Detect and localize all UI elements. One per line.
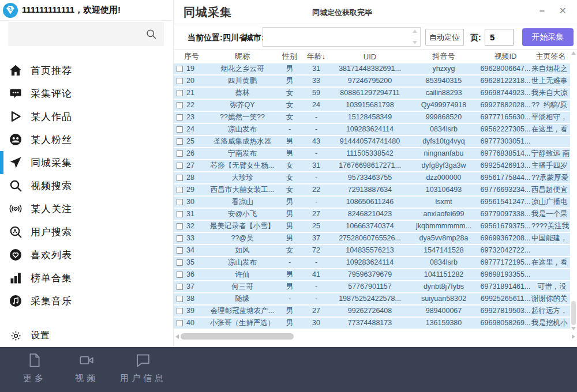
sidebar-item-comments[interactable]: 采集评论 (0, 82, 173, 105)
horizontal-scrollbar[interactable] (174, 332, 577, 341)
bottombar-item-user-info[interactable]: 用户信息 (120, 347, 166, 384)
row-checkbox[interactable] (177, 223, 183, 229)
table-row[interactable]: 31安@小飞男2782468210423anxiaofei69969779097… (174, 209, 570, 221)
sidebar-item-city-collect[interactable]: 同城采集 (0, 151, 173, 174)
row-checkbox[interactable] (177, 78, 183, 84)
table-row[interactable]: 26宁南发布男-111505338542ningnanfabu697768385… (174, 148, 570, 160)
table-row[interactable]: 38随缘--19875252422578...suiyuan5830269925… (174, 293, 570, 306)
cell-uid: 57767901157 (332, 281, 408, 292)
row-checkbox[interactable] (177, 163, 183, 169)
table-row[interactable]: 30看凉山男-108650611246lsxmt69561541247...凉山… (174, 197, 570, 209)
play-icon (8, 109, 23, 124)
scroll-up-icon[interactable] (571, 51, 576, 55)
table-row[interactable]: 35凉山发布--1092836241140834lsrb69777172195.… (174, 257, 570, 269)
cell-dy: yhzxyg (408, 63, 479, 74)
current-location-label: 当前位置:四川省 (188, 33, 247, 43)
table-row[interactable]: 21蔡林女59808861297294711cailin882936969874… (174, 88, 570, 100)
row-checkbox[interactable] (177, 259, 183, 266)
cell-age: 31 (301, 160, 332, 171)
close-button[interactable]: ✕ (559, 5, 567, 17)
bottom-action-bar: 更多视频用户信息 (0, 347, 577, 392)
row-checkbox[interactable] (177, 66, 183, 72)
row-checkbox[interactable] (177, 90, 183, 96)
page-count-input[interactable] (485, 29, 514, 46)
cell-vid: 69776838514... (479, 148, 531, 159)
scroll-right-icon[interactable] (572, 334, 575, 339)
row-checkbox[interactable] (177, 126, 183, 133)
row-checkbox[interactable] (177, 150, 183, 157)
column-header-sig[interactable]: 主页签名 (531, 51, 570, 62)
table-row[interactable]: 27芯痧【无臂女生杨...女3117676698617271...dyfg8yf… (174, 160, 570, 172)
table-row[interactable]: 25圣洛威集成热水器男43914440574741480dyfs10tg4vyq… (174, 136, 570, 148)
column-header-dy[interactable]: 抖音号 (408, 51, 479, 62)
table-row[interactable]: 22弥芥QY女24103915681798Qy49997491869927882… (174, 100, 570, 112)
row-checkbox[interactable] (177, 138, 183, 145)
table-row[interactable]: 29西昌市大囍女装工...女22729138876341031064936977… (174, 184, 570, 197)
row-checkbox[interactable] (177, 235, 183, 242)
vertical-scrollbar[interactable] (570, 50, 577, 332)
scroll-left-icon[interactable] (175, 334, 179, 339)
table-row[interactable]: 19烟花之乡云哥男3138171448382691...yhzxyg696280… (174, 63, 570, 76)
sidebar-item-home[interactable]: 首页推荐 (0, 59, 173, 82)
column-header-sex[interactable]: 性别 (279, 51, 301, 62)
sidebar-item-video-search[interactable]: 视频搜索 (0, 174, 173, 197)
table-row[interactable]: 36许仙男4179596379679104115128269698193355.… (174, 269, 570, 281)
table-row[interactable]: 20四川黄鹏男339724679520085394031569628122318… (174, 76, 570, 88)
cell-vid: 69561775844... (479, 172, 531, 183)
column-header-vid[interactable]: 视频ID (479, 51, 531, 62)
cell-vid: 69776693234... (479, 184, 531, 195)
table-row[interactable]: 23??嫣然一笑??女-1512845834999986852069777165… (174, 112, 570, 124)
table-row[interactable]: 40小张哥（生鲜严选）男3077374488173136159380696980… (174, 318, 570, 330)
sidebar-item-user-search[interactable]: 用户搜索 (0, 220, 173, 243)
table-row[interactable]: 33??@吴男3727528060765526...dya5vv8mp28a69… (174, 233, 570, 245)
row-checkbox[interactable] (177, 114, 183, 120)
table-row[interactable]: 39会理彰冠蓝塘农产...男27992627264089894000676992… (174, 306, 570, 318)
row-checkbox[interactable] (177, 187, 183, 193)
sidebar-item-like-list[interactable]: 喜欢列表 (0, 243, 173, 266)
table-row[interactable]: 28大珍珍女-95733463755dzz00000069561775844..… (174, 172, 570, 184)
titlebar: 111111111111，欢迎使用! (0, 0, 173, 21)
cell-vid: 69927819503... (479, 306, 531, 316)
row-checkbox[interactable] (177, 199, 183, 205)
cell-nick: 随缘 (206, 293, 279, 304)
cell-age: 27 (301, 209, 332, 220)
row-checkbox[interactable] (177, 320, 183, 326)
row-checkbox[interactable] (177, 102, 183, 108)
row-checkbox[interactable] (177, 296, 183, 302)
cell-nick: 小张哥（生鲜严选） (206, 318, 279, 329)
locate-mode-select[interactable]: 自动定位 ∨ (425, 29, 464, 46)
column-header-nick[interactable]: 昵称 (206, 51, 279, 62)
sidebar-search-box[interactable] (8, 22, 164, 46)
cell-age: 72 (301, 245, 332, 256)
column-header-no[interactable]: 序号 (174, 51, 206, 62)
row-checkbox[interactable] (177, 272, 183, 278)
row-checkbox[interactable] (177, 247, 183, 254)
cell-age: 30 (301, 318, 332, 329)
sidebar-item-settings[interactable]: 设置 (0, 326, 173, 345)
minimize-button[interactable]: – (539, 5, 545, 17)
sidebar-item-follows[interactable]: 某人关注 (0, 197, 173, 220)
sidebar-item-music-collect[interactable]: 采集音乐 (0, 289, 173, 312)
column-header-uid[interactable]: UID (332, 52, 408, 61)
row-checkbox[interactable] (177, 175, 183, 181)
search-icon[interactable] (145, 28, 157, 40)
column-header-age[interactable]: 年龄↓ (301, 51, 332, 62)
row-checkbox[interactable] (177, 308, 183, 314)
table-row[interactable]: 37何三哥男-57767901157dynbt8j7fybs6973189146… (174, 281, 570, 293)
horizontal-scroll-thumb[interactable] (181, 333, 294, 340)
bottombar-item-video[interactable]: 视频 (68, 347, 105, 384)
table-row[interactable]: 32最美记录者【小雪】男25106663740374jkqbmmmmmm...6… (174, 221, 570, 233)
sidebar-item-fans[interactable]: 某人粉丝 (0, 128, 173, 151)
bottombar-item-more[interactable]: 更多 (16, 347, 53, 384)
start-collect-button[interactable]: 开始采集 (522, 28, 574, 46)
table-row[interactable]: 34如风女72104835576213154714152869732042722… (174, 245, 570, 257)
row-checkbox[interactable] (177, 284, 183, 290)
vertical-scroll-thumb[interactable] (571, 301, 576, 325)
sidebar-item-works[interactable]: 某人作品 (0, 105, 173, 128)
scroll-down-icon[interactable] (571, 327, 576, 330)
row-checkbox[interactable] (177, 211, 183, 217)
sidebar-item-rank-list[interactable]: 榜单合集 (0, 266, 173, 289)
city-input[interactable] (263, 27, 421, 47)
table-row[interactable]: 24凉山发布--1092836241140834lsrb69562227305.… (174, 124, 570, 136)
cell-dy: jkqbmmmmmm... (408, 221, 479, 232)
